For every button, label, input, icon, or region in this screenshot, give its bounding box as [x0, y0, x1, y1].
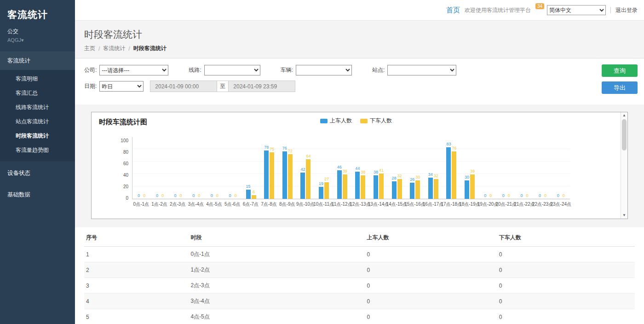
- query-button[interactable]: 查询: [602, 64, 638, 77]
- bar-group: 156: [242, 137, 260, 199]
- x-label: 7点-8点: [261, 201, 276, 208]
- bar-col: 76: [282, 137, 287, 199]
- bar-value: 39: [470, 169, 475, 174]
- submenu-flow-summary[interactable]: 客流汇总: [0, 86, 75, 100]
- submenu-period-stats[interactable]: 时段客流统计: [0, 129, 75, 143]
- page-title: 时段客流统计: [84, 28, 635, 41]
- bar: [324, 182, 329, 199]
- x-cell: 19点-20点: [479, 201, 497, 208]
- bar: [270, 152, 274, 199]
- bar-col: 26: [410, 137, 414, 199]
- submenu-flow-detail[interactable]: 客流明细: [0, 72, 75, 86]
- date-from-input[interactable]: [150, 81, 217, 92]
- logout-link[interactable]: 退出登录: [615, 6, 638, 14]
- legend-alighting[interactable]: 下车人数: [360, 117, 392, 125]
- x-label: 5点-6点: [224, 201, 240, 208]
- bar-col: 46: [337, 137, 342, 199]
- bar-value: 0: [161, 193, 164, 198]
- bar-group: 2630: [406, 137, 424, 199]
- x-label: 3点-4点: [188, 201, 204, 208]
- bar-col: 0: [142, 137, 147, 199]
- bar-group: 00: [534, 137, 552, 199]
- bar: [337, 170, 342, 199]
- date-to-input[interactable]: [228, 81, 295, 92]
- x-cell: 4点-5点: [205, 201, 224, 208]
- bar-value: 0: [192, 193, 195, 198]
- submenu-trend-chart[interactable]: 客流量趋势图: [0, 143, 75, 157]
- y-tick: 20: [123, 185, 128, 189]
- station-label: 站点:: [372, 66, 385, 74]
- scroll-up-icon[interactable]: ▲: [621, 112, 627, 119]
- export-button[interactable]: 导出: [602, 81, 638, 94]
- table-cell: 0: [365, 294, 497, 309]
- company-select[interactable]: ---请选择---: [99, 65, 168, 75]
- date-preset-select[interactable]: 昨日: [99, 81, 144, 92]
- bar: [355, 172, 360, 199]
- topbar: 首页 欢迎使用客流统计管理平台 34 简体中文 退出登录: [75, 0, 644, 21]
- bar: [446, 147, 451, 199]
- user-name: AQGJ: [7, 37, 21, 43]
- menu-device-status[interactable]: 设备状态: [0, 164, 75, 183]
- x-cell: 2点-3点: [168, 201, 187, 208]
- bar-value: 30: [465, 175, 469, 179]
- station-select[interactable]: [387, 65, 456, 75]
- x-cell: 10点-11点: [315, 201, 333, 208]
- bar-col: 30: [465, 137, 469, 199]
- bar-col: 6: [252, 137, 256, 199]
- date-to-label: 至: [217, 81, 229, 92]
- x-label: 9点-10点: [296, 201, 315, 208]
- notification-badge[interactable]: 34: [535, 3, 544, 9]
- language-select[interactable]: 简体中文: [547, 5, 606, 15]
- bar-group: 00: [497, 137, 516, 199]
- bar-group: 7875: [260, 137, 278, 199]
- bar-value: 76: [282, 146, 287, 150]
- menu-passenger-flow[interactable]: 客流统计: [0, 52, 75, 70]
- bar-value: 0: [229, 193, 231, 198]
- chart-scrollbar[interactable]: ▲ ▼: [621, 112, 627, 219]
- col-header-period: 时段: [189, 229, 365, 247]
- scroll-down-icon[interactable]: ▼: [621, 212, 627, 219]
- chart-legend: 上车人数 下车人数: [320, 117, 392, 125]
- bar-col: 39: [343, 137, 347, 199]
- submenu-line-stats[interactable]: 线路客流统计: [0, 100, 75, 115]
- bar-value: 0: [508, 193, 510, 198]
- breadcrumb-flow[interactable]: 客流统计: [103, 45, 125, 52]
- line-select[interactable]: [204, 65, 260, 75]
- bar-col: 0: [178, 137, 183, 199]
- bar-value: 34: [428, 172, 433, 177]
- user-menu[interactable]: AQGJ▾: [7, 37, 68, 43]
- bar: [252, 195, 256, 199]
- legend-boarding[interactable]: 上车人数: [320, 117, 352, 125]
- x-label: 4点-5点: [206, 201, 222, 208]
- bar-group: 00: [206, 137, 224, 199]
- line-label: 线路:: [189, 66, 201, 74]
- x-label: 23点-24点: [551, 201, 572, 208]
- menu-base-data[interactable]: 基础数据: [0, 185, 75, 204]
- filter-row-2: 日期: 昨日 至: [84, 81, 635, 92]
- bar: [306, 159, 310, 199]
- bar: [428, 178, 433, 199]
- bar-value: 0: [544, 193, 546, 198]
- breadcrumb-home[interactable]: 主页: [84, 45, 95, 52]
- vehicle-label: 车辆:: [281, 66, 293, 74]
- bar-col: 32: [397, 137, 402, 199]
- bar-group: 00: [187, 137, 206, 199]
- y-tick: 40: [123, 173, 128, 178]
- chart-body: 100806040200 000000000000156787576724264…: [92, 128, 621, 219]
- x-cell: 23点-24点: [552, 201, 570, 208]
- bar-col: 0: [155, 137, 159, 199]
- bar-value: 0: [557, 193, 559, 198]
- bar-col: 0: [538, 137, 542, 199]
- x-label: 1点-2点: [151, 201, 167, 208]
- legend-swatch-boarding: [320, 119, 328, 123]
- table-header-row: 序号 时段 上车人数 下车人数: [84, 229, 635, 247]
- vehicle-select[interactable]: [296, 65, 352, 75]
- home-link[interactable]: 首页: [446, 6, 460, 15]
- bar-value: 38: [361, 170, 365, 174]
- bar-col: 78: [264, 137, 269, 199]
- bar-plot: 0000000000001567875767242641927463944383…: [132, 137, 570, 199]
- table-cell: 2: [84, 262, 189, 278]
- scrollbar-thumb[interactable]: [622, 119, 627, 150]
- bar-value: 32: [397, 174, 402, 178]
- submenu-station-stats[interactable]: 站点客流统计: [0, 115, 75, 129]
